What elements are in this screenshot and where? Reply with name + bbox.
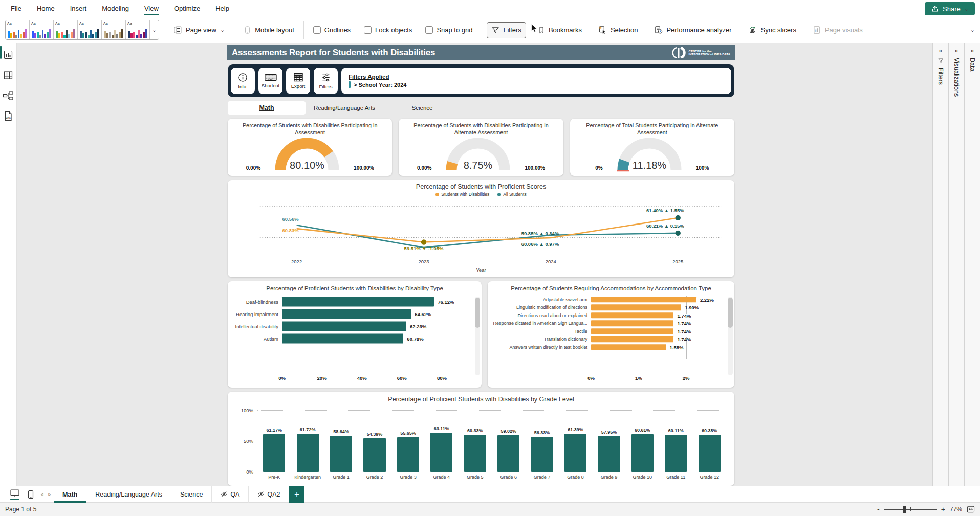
column-bar[interactable] [564, 434, 586, 472]
column-chart-card[interactable]: Percentage of Proficient Students with D… [228, 392, 734, 486]
ribbon-checkbox-lock-objects[interactable]: Lock objects [359, 22, 417, 38]
bar[interactable] [591, 297, 696, 303]
bar-category-label: Directions read aloud or explained [491, 313, 591, 318]
theme-thumbnail[interactable]: Aa [6, 20, 30, 39]
expand-panel-icon[interactable]: « [971, 47, 974, 54]
column-bar[interactable] [263, 434, 285, 472]
bar[interactable] [282, 322, 406, 331]
column-bar[interactable] [631, 434, 654, 472]
toolbar-button-shortcut[interactable]: Shortcut [258, 68, 282, 94]
gauge-card[interactable]: Percentage of Students with Disabilities… [228, 119, 392, 176]
menu-item-home[interactable]: Home [29, 1, 62, 16]
scrollbar-thumb[interactable] [475, 298, 480, 328]
menu-item-modeling[interactable]: Modeling [94, 1, 137, 16]
column-bar[interactable] [531, 437, 553, 472]
zoom-in-button[interactable]: + [941, 505, 945, 513]
ribbon-button-performance-analyzer[interactable]: Performance analyzer [649, 21, 736, 38]
theme-thumbnail[interactable]: Aa [126, 20, 150, 39]
line-chart-card[interactable]: Percentage of Students with Proficient S… [228, 180, 734, 277]
page-tab-qa2[interactable]: QA2 [249, 486, 289, 503]
bar[interactable] [591, 305, 681, 311]
ribbon-button-selection[interactable]: Selection [594, 21, 642, 38]
column-bar[interactable] [665, 435, 687, 472]
bar[interactable] [591, 336, 673, 343]
ribbon-button-bookmarks[interactable]: Bookmarks [533, 22, 586, 38]
chart-scrollbar[interactable] [475, 297, 480, 375]
theme-thumbnail[interactable]: Aa [54, 20, 78, 39]
bar[interactable] [282, 309, 411, 319]
page-tab-science[interactable]: Science [171, 486, 212, 503]
page-tab-math[interactable]: Math [54, 486, 86, 503]
menu-item-help[interactable]: Help [208, 1, 237, 16]
menu-item-file[interactable]: File [3, 1, 29, 16]
column-bar[interactable] [363, 438, 385, 472]
mobile-layout-button[interactable]: Mobile layout [239, 21, 299, 38]
page-tab-qa[interactable]: QA [212, 486, 249, 503]
report-view-button[interactable] [3, 50, 13, 60]
zoom-slider[interactable] [884, 506, 937, 513]
column-bar[interactable] [497, 435, 519, 472]
table-view-button[interactable] [3, 70, 13, 80]
bar[interactable] [282, 334, 403, 344]
column-bar[interactable] [397, 437, 419, 472]
menu-item-optimize[interactable]: Optimize [166, 1, 208, 16]
desktop-view-button[interactable] [10, 489, 20, 500]
toolbar-button-info[interactable]: Info. [231, 68, 255, 94]
gauge-card[interactable]: Percentage of Students with Disabilities… [399, 119, 563, 176]
bar[interactable] [591, 321, 673, 327]
zoom-out-button[interactable]: - [877, 505, 880, 513]
bar[interactable] [591, 344, 666, 350]
gauge-card[interactable]: Percentage of Total Students Participati… [570, 119, 734, 176]
column-bar[interactable] [598, 436, 620, 472]
zoom-slider-thumb[interactable] [903, 506, 906, 513]
menu-item-view[interactable]: View [137, 1, 166, 16]
dax-query-view-button[interactable]: DAX [4, 111, 13, 121]
collapsed-panel-filters[interactable]: «Filters [932, 43, 948, 486]
bar[interactable] [282, 297, 434, 307]
column-bar[interactable] [464, 435, 486, 472]
previous-page-arrow[interactable]: ◃ [40, 491, 43, 498]
theme-gallery-expand-icon[interactable]: ⌄ [150, 20, 159, 39]
expand-panel-icon[interactable]: « [955, 47, 959, 54]
theme-thumbnail[interactable]: Aa [102, 20, 126, 39]
theme-thumbnail[interactable]: Aa [78, 20, 102, 39]
theme-thumbnail[interactable]: Aa [30, 20, 54, 39]
theme-mini-bars [128, 27, 147, 38]
new-page-button[interactable]: + [289, 486, 304, 503]
line-chart-plot[interactable]: 60.56%60.83%59.51% ▼ -1.05%59.85% ▲ 0.34… [232, 197, 730, 274]
mobile-view-button[interactable] [27, 490, 34, 499]
ribbon-collapse-icon[interactable]: ⌄ [970, 27, 975, 33]
subject-tab-reading-language-arts[interactable]: Reading/Language Arts [306, 101, 383, 115]
expand-panel-icon[interactable]: « [939, 47, 943, 54]
page-view-button[interactable]: Page view ⌄ [169, 21, 229, 38]
page-tab-reading-language-arts[interactable]: Reading/Language Arts [86, 486, 171, 503]
subject-tab-math[interactable]: Math [228, 101, 306, 115]
column-bar[interactable] [430, 433, 452, 472]
fit-to-page-icon[interactable] [967, 506, 975, 513]
bar-chart-card[interactable]: Percentage of Proficient Students with D… [228, 281, 482, 388]
subject-tab-science[interactable]: Science [383, 101, 461, 115]
menu-item-insert[interactable]: Insert [62, 1, 95, 16]
scrollbar-thumb[interactable] [728, 298, 733, 328]
column-bar[interactable] [297, 434, 319, 472]
ribbon-button-sync-slicers[interactable]: Sync slicers [744, 21, 801, 38]
svg-text:59.51% ▼ -1.05%: 59.51% ▼ -1.05% [404, 245, 444, 251]
toolbar-button-export[interactable]: Export [286, 68, 310, 94]
ribbon-checkbox-gridlines[interactable]: Gridlines [309, 22, 355, 38]
bar[interactable] [591, 312, 673, 319]
share-button[interactable]: Share ⌄ [925, 2, 975, 15]
chart-scrollbar[interactable] [728, 297, 733, 375]
bar-chart-card[interactable]: Percentage of Students Requiring Accommo… [488, 281, 734, 388]
column-bar[interactable] [699, 435, 721, 472]
next-page-arrow[interactable]: ▹ [49, 491, 52, 498]
page-tab-label: QA2 [267, 491, 280, 498]
ribbon-button-filters[interactable]: Filters [487, 22, 526, 38]
collapsed-panel-visualizations[interactable]: «Visualizations [948, 43, 964, 486]
ribbon-checkbox-snap-to-grid[interactable]: Snap to grid [421, 22, 477, 38]
ribbon-button-page-visuals: Page visuals [808, 21, 867, 38]
column-bar[interactable] [330, 436, 352, 472]
toolbar-button-filters[interactable]: Filters [314, 68, 338, 94]
bar[interactable] [591, 328, 673, 334]
collapsed-panel-data[interactable]: «Data [964, 43, 980, 486]
model-view-button[interactable] [3, 91, 14, 101]
